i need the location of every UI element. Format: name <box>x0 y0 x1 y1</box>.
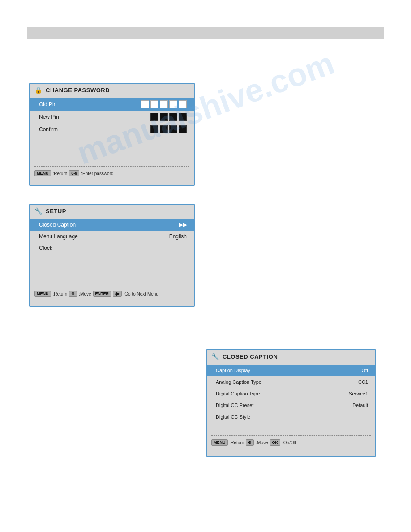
setup-title-row: 🔧 SETUP <box>30 205 194 217</box>
pin-block-2 <box>150 100 158 108</box>
clock-label: Clock <box>39 245 187 251</box>
digital-caption-label: Digital Caption Type <box>216 391 349 396</box>
09-key: 0-9 <box>69 170 79 176</box>
pin-block-1 <box>141 100 149 108</box>
digital-cc-preset-value: Default <box>352 403 368 408</box>
setup-return-label: :Return <box>53 292 68 296</box>
top-bar <box>27 27 384 39</box>
setup-dialog: 🔧 SETUP Closed Caption ▶▶ Menu Language … <box>29 204 195 307</box>
cc-wrench-icon: 🔧 <box>211 353 219 360</box>
cc-divider <box>211 435 371 436</box>
pin-block-5 <box>179 100 187 108</box>
change-password-rows: Old Pin New Pin Confirm <box>30 96 194 137</box>
digital-cc-style-row[interactable]: Digital CC Style <box>207 411 375 423</box>
confirm-block-3 <box>169 125 177 133</box>
old-pin-blocks <box>141 100 187 108</box>
cc-move-label: :Move <box>256 440 268 445</box>
cc-onoff-label: :On/Off <box>282 440 296 445</box>
change-password-dialog: 🔒 CHANGE PASSWORD Old Pin New Pin <box>29 83 195 186</box>
setup-next-key: /▶ <box>113 291 122 297</box>
cc-ok-key: OK <box>270 439 281 446</box>
enter-password-label: :Enter password <box>81 171 113 176</box>
setup-move-key: ⊕ <box>69 291 77 297</box>
digital-cc-preset-row[interactable]: Digital CC Preset Default <box>207 399 375 411</box>
change-password-title-row: 🔒 CHANGE PASSWORD <box>30 84 194 96</box>
lock-icon: 🔒 <box>34 86 42 94</box>
setup-title: SETUP <box>46 208 66 215</box>
confirm-row[interactable]: Confirm <box>30 123 194 136</box>
closed-caption-title-row: 🔧 CLOSED CAPTION <box>207 350 375 363</box>
old-pin-row[interactable]: Old Pin <box>30 98 194 111</box>
confirm-label: Confirm <box>39 126 150 133</box>
setup-rows: Closed Caption ▶▶ Menu Language English … <box>30 217 194 256</box>
setup-next-label: :Go to Next Menu <box>124 292 158 296</box>
closed-caption-dialog: 🔧 CLOSED CAPTION Caption Display Off Ana… <box>206 349 376 457</box>
pin-block-3 <box>160 100 168 108</box>
menu-language-value: English <box>169 233 187 240</box>
caption-display-label: Caption Display <box>216 368 362 373</box>
closed-caption-rows: Caption Display Off Analog Caption Type … <box>207 363 375 425</box>
digital-caption-value: Service1 <box>349 391 368 396</box>
confirm-block-4 <box>179 125 187 133</box>
confirm-block-1 <box>150 125 158 133</box>
new-pin-block-4 <box>179 113 187 121</box>
setup-enter-key: ENTER <box>93 291 111 297</box>
menu-key: MENU <box>34 170 51 176</box>
cc-menu-key: MENU <box>211 439 228 446</box>
clock-row[interactable]: Clock <box>30 242 194 254</box>
setup-footer: MENU :Return ⊕ :Move ENTER /▶ :Go to Nex… <box>30 289 194 300</box>
analog-caption-value: CC1 <box>358 379 368 385</box>
return-label: :Return <box>53 171 68 176</box>
analog-caption-row[interactable]: Analog Caption Type CC1 <box>207 376 375 388</box>
closed-caption-value: ▶▶ <box>179 222 187 228</box>
confirm-block-2 <box>160 125 168 133</box>
closed-caption-row[interactable]: Closed Caption ▶▶ <box>30 219 194 231</box>
setup-divider <box>34 287 189 287</box>
setup-menu-key: MENU <box>34 291 51 297</box>
new-pin-block-2 <box>160 113 168 121</box>
new-pin-blocks <box>150 113 187 121</box>
confirm-pin-blocks <box>150 125 187 133</box>
digital-caption-row[interactable]: Digital Caption Type Service1 <box>207 388 375 399</box>
setup-wrench-icon: 🔧 <box>34 207 42 215</box>
change-password-footer: MENU :Return 0-9 :Enter password <box>30 168 194 179</box>
digital-cc-preset-label: Digital CC Preset <box>216 403 352 408</box>
analog-caption-label: Analog Caption Type <box>216 379 358 385</box>
change-password-divider <box>34 166 189 167</box>
cc-move-key: ⊕ <box>246 439 254 446</box>
change-password-title: CHANGE PASSWORD <box>46 87 110 94</box>
menu-language-row[interactable]: Menu Language English <box>30 231 194 242</box>
new-pin-block-3 <box>169 113 177 121</box>
old-pin-label: Old Pin <box>39 101 141 107</box>
menu-language-label: Menu Language <box>39 233 169 240</box>
caption-display-row[interactable]: Caption Display Off <box>207 365 375 376</box>
cc-footer: MENU :Return ⊕ :Move OK :On/Off <box>207 438 375 448</box>
new-pin-label: New Pin <box>39 114 150 120</box>
digital-cc-style-label: Digital CC Style <box>216 414 368 420</box>
closed-caption-label: Closed Caption <box>39 222 179 228</box>
setup-move-label: :Move <box>79 292 91 296</box>
closed-caption-title: CLOSED CAPTION <box>223 353 278 360</box>
new-pin-block-1 <box>150 113 158 121</box>
new-pin-row[interactable]: New Pin <box>30 111 194 123</box>
pin-block-4 <box>169 100 177 108</box>
cc-return-label: :Return <box>230 440 244 445</box>
caption-display-value: Off <box>362 368 368 373</box>
